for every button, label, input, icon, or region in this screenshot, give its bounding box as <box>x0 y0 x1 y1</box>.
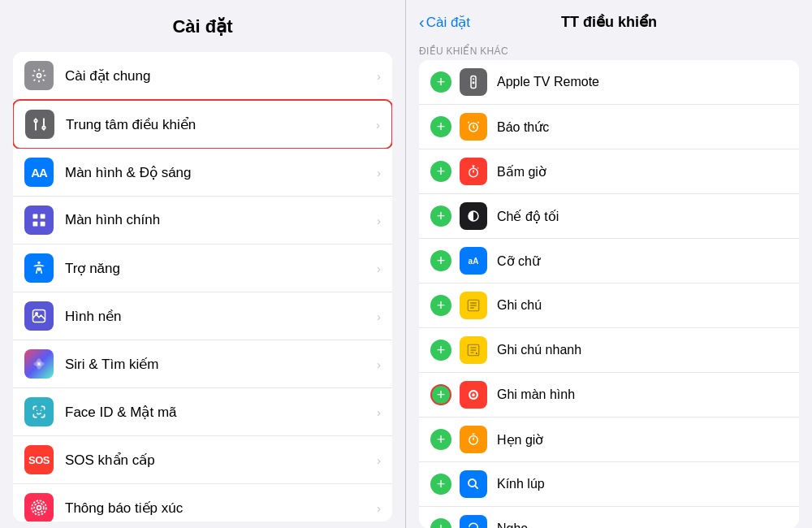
icon-faceid <box>24 397 54 426</box>
add-button-ghi-man-hinh[interactable]: + <box>430 384 451 405</box>
right-title: TT điều khiển <box>561 13 657 31</box>
icon-screenrecord <box>460 381 487 409</box>
item-label-hinh-nen: Hình nền <box>65 308 372 325</box>
left-title: Cài đặt <box>16 16 389 37</box>
add-button-bao-thuc[interactable]: + <box>430 116 451 137</box>
item-label-man-hinh-do-sang: Màn hình & Độ sáng <box>65 164 372 181</box>
control-item-ghi-man-hinh[interactable]: + Ghi màn hình <box>419 373 799 418</box>
add-button-co-chu[interactable]: + <box>430 250 451 271</box>
add-button-kinh-lup[interactable]: + <box>430 474 451 495</box>
svg-rect-10 <box>41 222 45 227</box>
svg-point-36 <box>469 479 476 487</box>
control-item-kinh-lup[interactable]: + Kính lúp <box>419 462 799 507</box>
control-label-nghe: Nghe <box>497 522 788 528</box>
settings-item-siri[interactable]: Siri & Tìm kiếm › <box>13 340 392 388</box>
icon-timer <box>460 426 487 453</box>
add-button-che-do-toi[interactable]: + <box>430 206 451 227</box>
back-button[interactable]: ‹ Cài đặt <box>419 13 470 32</box>
control-label-ghi-man-hinh: Ghi màn hình <box>497 387 788 402</box>
item-label-faceid: Face ID & Mật mã <box>65 404 372 421</box>
svg-point-34 <box>472 393 475 396</box>
icon-sliders <box>25 110 54 139</box>
icon-stopwatch <box>460 158 487 185</box>
svg-point-24 <box>473 81 475 84</box>
icon-quicknote <box>460 336 487 364</box>
item-label-cai-dat-chung: Cài đặt chung <box>65 67 372 84</box>
chevron-icon: › <box>377 309 381 323</box>
icon-contact-tracing <box>24 493 54 522</box>
control-label-apple-tv-remote: Apple TV Remote <box>497 75 788 89</box>
control-item-ghi-chu[interactable]: + Ghi chú <box>419 283 799 328</box>
control-item-ghi-chu-nhanh[interactable]: + Ghi chú nhanh <box>419 328 799 373</box>
svg-point-16 <box>37 362 40 365</box>
settings-item-tro-nang[interactable]: Trợ năng › <box>13 245 392 292</box>
chevron-icon: › <box>377 501 381 515</box>
settings-item-hinh-nen[interactable]: Hình nền › <box>13 292 392 340</box>
chevron-icon: › <box>377 69 381 83</box>
icon-grid <box>24 206 54 235</box>
icon-wallpaper <box>24 301 54 331</box>
control-label-bam-gio: Bấm giờ <box>497 164 788 180</box>
add-button-nghe[interactable]: + <box>430 518 451 528</box>
settings-item-sos[interactable]: SOS SOS khẩn cấp › <box>13 436 392 484</box>
chevron-icon: › <box>377 166 381 180</box>
settings-item-faceid[interactable]: Face ID & Mật mã › <box>13 388 392 436</box>
control-item-apple-tv-remote[interactable]: + Apple TV Remote <box>419 60 799 105</box>
chevron-icon: › <box>376 118 380 132</box>
item-label-sos: SOS khẩn cấp <box>65 452 372 469</box>
add-button-ghi-chu-nhanh[interactable]: + <box>430 340 451 361</box>
add-button-bam-gio[interactable]: + <box>430 161 451 182</box>
item-label-tro-nang: Trợ năng <box>65 260 372 277</box>
control-label-bao-thuc: Báo thức <box>497 119 788 135</box>
icon-alarm <box>460 113 487 141</box>
control-label-co-chu: Cỡ chữ <box>497 253 788 269</box>
control-item-bam-gio[interactable]: + Bấm giờ <box>419 149 799 194</box>
item-label-man-hinh-chinh: Màn hình chính <box>65 212 372 228</box>
icon-remote <box>460 68 487 96</box>
chevron-icon: › <box>377 214 381 227</box>
svg-rect-7 <box>33 214 38 219</box>
right-panel: ‹ Cài đặt TT điều khiển ĐIỀU KHIỂN KHÁC … <box>406 0 812 528</box>
settings-item-thong-bao[interactable]: Thông báo tiếp xúc › <box>13 484 392 522</box>
icon-magnifier <box>460 470 487 498</box>
item-label-thong-bao: Thông báo tiếp xúc <box>65 500 372 517</box>
svg-point-11 <box>37 262 40 264</box>
control-item-nghe[interactable]: + Nghe <box>419 507 799 528</box>
right-header: ‹ Cài đặt TT điều khiển <box>406 0 812 39</box>
control-label-ghi-chu: Ghi chú <box>497 298 788 313</box>
svg-point-17 <box>37 506 41 510</box>
left-header: Cài đặt <box>0 0 405 45</box>
control-item-co-chu[interactable]: + aA Cỡ chữ <box>419 239 799 283</box>
control-item-che-do-toi[interactable]: + Chế độ tối <box>419 194 799 239</box>
settings-item-man-hinh-do-sang[interactable]: AA Màn hình & Độ sáng › <box>13 149 392 197</box>
chevron-icon: › <box>377 262 381 275</box>
icon-textsize: aA <box>460 247 487 275</box>
control-item-bao-thuc[interactable]: + Báo thức <box>419 105 799 149</box>
svg-point-0 <box>37 74 41 78</box>
svg-point-1 <box>34 119 37 122</box>
control-list: + Apple TV Remote + Báo thức <box>419 60 799 528</box>
svg-rect-9 <box>33 222 38 227</box>
svg-point-2 <box>42 127 45 129</box>
item-label-siri: Siri & Tìm kiếm <box>65 356 372 373</box>
icon-textAA: AA <box>24 158 54 187</box>
icon-sos: SOS <box>24 445 54 474</box>
control-item-hen-gio[interactable]: + Hẹn giờ <box>419 418 799 462</box>
add-button-apple-tv-remote[interactable]: + <box>430 71 451 93</box>
back-chevron-icon: ‹ <box>419 13 425 32</box>
icon-gear <box>24 61 54 90</box>
icon-darkmode <box>460 202 487 230</box>
settings-item-man-hinh-chinh[interactable]: Màn hình chính › <box>13 197 392 245</box>
add-button-hen-gio[interactable]: + <box>430 429 451 450</box>
settings-item-cai-dat-chung[interactable]: Cài đặt chung › <box>13 52 392 100</box>
control-label-ghi-chu-nhanh: Ghi chú nhanh <box>497 343 788 357</box>
settings-item-trung-tam-dieu-khien[interactable]: Trung tâm điều khiển › <box>13 99 392 149</box>
section-label-dieu-khien-khac: ĐIỀU KHIỂN KHÁC <box>406 39 812 60</box>
icon-siri <box>24 349 54 379</box>
chevron-icon: › <box>377 405 381 419</box>
settings-list: Cài đặt chung › Trung tâm điều khiển › A… <box>13 52 392 522</box>
add-button-ghi-chu[interactable]: + <box>430 295 451 316</box>
back-label: Cài đặt <box>426 14 470 31</box>
icon-hearing <box>460 515 487 528</box>
chevron-icon: › <box>377 453 381 467</box>
